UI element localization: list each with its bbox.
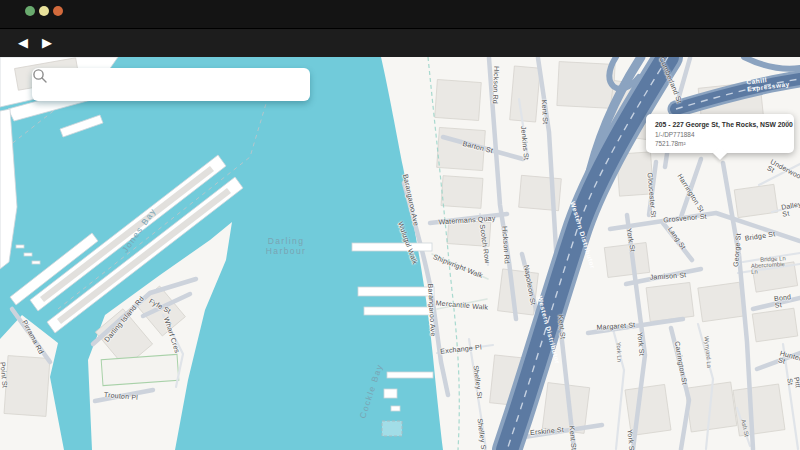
search-icon: [32, 68, 48, 84]
traffic-light-orange-icon[interactable]: [53, 6, 63, 16]
browser-chrome: ◀ ▶ http://app.canibuild.com/: [0, 0, 800, 57]
browser-titlebar[interactable]: [0, 0, 800, 28]
map-viewport[interactable]: Jones BayDarling HarbourCockle BayWester…: [0, 57, 800, 450]
tooltip-address: 205 - 227 George St, The Rocks, NSW 2000: [655, 121, 785, 128]
search-input[interactable]: [52, 74, 310, 96]
search-bar: [32, 68, 310, 101]
back-button[interactable]: ◀: [14, 34, 32, 52]
traffic-light-green-icon[interactable]: [25, 6, 35, 16]
traffic-light-yellow-icon[interactable]: [39, 6, 49, 16]
property-tooltip: 205 - 227 George St, The Rocks, NSW 2000…: [646, 114, 794, 153]
tooltip-lot-plan: 1/-/DP771884: [655, 131, 785, 138]
back-arrow-icon: ◀: [18, 35, 28, 50]
forward-button[interactable]: ▶: [38, 34, 56, 52]
window-controls: [25, 6, 63, 16]
screenshot-root: { "browser": { "url": "http://app.canibu…: [0, 0, 800, 450]
browser-navbar: ◀ ▶ http://app.canibuild.com/: [0, 28, 800, 57]
forward-arrow-icon: ▶: [42, 35, 52, 50]
tooltip-close-icon[interactable]: ×: [785, 118, 790, 126]
